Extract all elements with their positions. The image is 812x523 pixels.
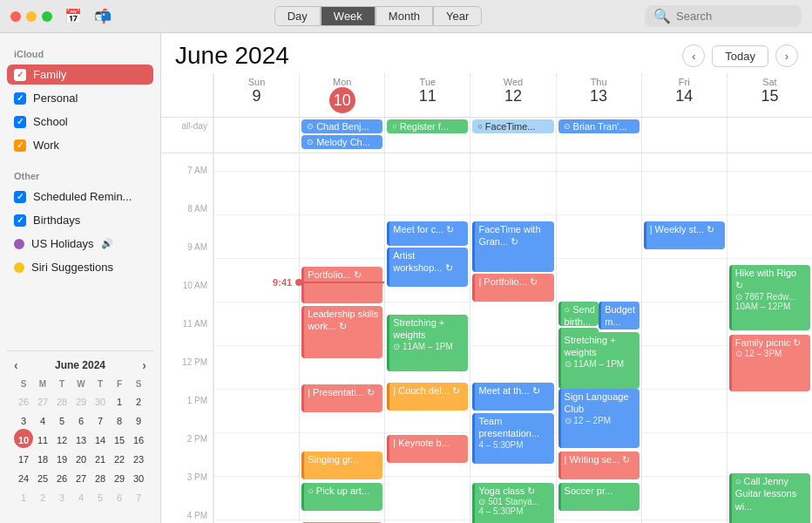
mini-cal-day[interactable]: 18 (33, 448, 52, 467)
mini-cal-day[interactable]: 29 (110, 467, 129, 486)
event-singing[interactable]: Singing gr... (301, 452, 382, 479)
mini-cal-day[interactable]: 15 (110, 429, 129, 448)
all-day-fri[interactable] (641, 118, 727, 153)
event-pickup[interactable]: ○ Pick up art... (301, 483, 382, 511)
event-call-jenny[interactable]: ○ Call Jenny Guitar lessons wi... (729, 473, 810, 523)
all-day-event[interactable]: ⊙ Chad Benj... (301, 119, 382, 133)
all-day-thu[interactable]: ⊙ Brian Tran'... (556, 118, 641, 153)
event-couch[interactable]: | Couch del... ↻ (387, 383, 468, 411)
mini-cal-prev[interactable]: ‹ (14, 358, 18, 372)
event-hike[interactable]: Hike with Rigo ↻ ⊙ 7867 Redw... 10AM – 1… (729, 265, 810, 330)
sidebar-item-birthdays[interactable]: ✓ Birthdays (7, 210, 153, 230)
close-button[interactable] (10, 11, 21, 22)
mini-cal-day[interactable]: 5 (52, 410, 71, 429)
event-facetime[interactable]: FaceTime with Gran... ↻ (472, 221, 553, 272)
event-yoga[interactable]: Yoga class ↻ ⊙ 501 Stanya... 4 – 5:30PM (472, 483, 553, 523)
mini-cal-day[interactable]: 7 (129, 486, 148, 506)
mini-cal-day[interactable]: 30 (129, 467, 148, 486)
day-col-fri[interactable]: | Weekly st... ↻ (641, 153, 727, 523)
mini-cal-day[interactable]: 3 (14, 410, 33, 429)
mini-cal-day[interactable]: 19 (52, 448, 71, 467)
day-col-thu[interactable]: ○ Send birth... ○ Take Luna... Budget m.… (556, 153, 641, 523)
search-input[interactable] (676, 10, 798, 23)
event-send-birth[interactable]: ○ Send birth... (558, 302, 599, 326)
event-keynote[interactable]: | Keynote b... (387, 435, 468, 463)
mini-cal-day-today[interactable]: 10 (14, 429, 33, 448)
event-stretching-tue[interactable]: Stretching + weights ⊙ 11AM – 1PM (387, 315, 468, 371)
mini-cal-day[interactable]: 26 (52, 467, 71, 486)
mini-cal-day[interactable]: 24 (14, 467, 33, 486)
all-day-sat[interactable] (727, 118, 812, 153)
search-box[interactable]: 🔍 (645, 5, 802, 27)
next-week-button[interactable]: › (775, 44, 798, 67)
mini-cal-day[interactable]: 22 (110, 448, 129, 467)
year-view-button[interactable]: Year (433, 6, 482, 26)
mini-cal-day[interactable]: 27 (71, 467, 91, 486)
all-day-sun[interactable] (213, 118, 299, 153)
event-leadership[interactable]: Leadership skills work... ↻ (301, 306, 382, 358)
mini-cal-day[interactable]: 12 (52, 429, 71, 448)
event-writing[interactable]: | Writing se... ↻ (558, 452, 639, 479)
mini-cal-day[interactable]: 6 (71, 410, 91, 429)
day-col-wed[interactable]: FaceTime with Gran... ↻ | Portfolio... ↻… (470, 153, 555, 523)
mini-cal-day[interactable]: 28 (91, 467, 110, 486)
mini-cal-day[interactable]: 4 (71, 486, 91, 506)
day-col-sat[interactable]: Hike with Rigo ↻ ⊙ 7867 Redw... 10AM – 1… (727, 153, 812, 523)
mini-cal-day[interactable]: 6 (110, 486, 129, 506)
mini-cal-day[interactable]: 26 (14, 391, 33, 410)
week-view-button[interactable]: Week (321, 6, 376, 26)
sidebar-item-personal[interactable]: ✓ Personal (7, 88, 153, 108)
sidebar-item-holidays[interactable]: US Holidays 🔊 (7, 234, 153, 254)
mini-cal-day[interactable]: 1 (110, 391, 129, 410)
event-portfolio-wed[interactable]: | Portfolio... ↻ (472, 274, 553, 302)
mini-cal-day[interactable]: 5 (91, 486, 110, 506)
day-col-tue[interactable]: Meet for c... ↻ Artist workshop... ↻ Str… (384, 153, 470, 523)
mini-cal-day[interactable]: 21 (91, 448, 110, 467)
all-day-mon[interactable]: ⊙ Chad Benj... ⊙ Melody Ch... (299, 118, 384, 153)
event-family-picnic[interactable]: Family picnic ↻ ⊙ 12 – 3PM (729, 335, 810, 391)
mini-cal-day[interactable]: 27 (33, 391, 52, 410)
sidebar-item-scheduled[interactable]: ✓ Scheduled Remin... (7, 187, 153, 207)
month-view-button[interactable]: Month (376, 6, 433, 26)
mini-cal-day[interactable]: 7 (91, 410, 110, 429)
mini-cal-day[interactable]: 1 (14, 486, 33, 506)
mini-cal-day[interactable]: 14 (91, 429, 110, 448)
event-portfolio-mon[interactable]: Portfolio... ↻ (301, 267, 382, 303)
prev-week-button[interactable]: ‹ (682, 44, 705, 67)
all-day-event[interactable]: ○ FaceTime... (472, 119, 553, 133)
all-day-tue[interactable]: ○ Register f... (384, 118, 470, 153)
event-sign-language[interactable]: Sign Language Club ⊙ 12 – 2PM (558, 389, 639, 448)
all-day-wed[interactable]: ○ FaceTime... (470, 118, 555, 153)
event-meet-for[interactable]: Meet for c... ↻ (387, 221, 468, 246)
sidebar-item-siri[interactable]: Siri Suggestions (7, 257, 153, 277)
day-col-sun[interactable] (213, 153, 299, 523)
mini-cal-day[interactable]: 23 (129, 448, 148, 467)
mini-cal-day[interactable]: 28 (52, 391, 71, 410)
day-col-mon[interactable]: 9:41 Portfolio... ↻ Leadership skills wo… (299, 153, 384, 523)
mini-cal-day[interactable]: 13 (71, 429, 91, 448)
scroll-area[interactable]: 7 AM 8 AM 9 AM 10 AM 11 AM 12 PM 1 PM 2 … (161, 153, 812, 523)
mini-cal-day[interactable]: 4 (33, 410, 52, 429)
mini-cal-day[interactable]: 29 (71, 391, 91, 410)
event-presentati-mon[interactable]: | Presentati... ↻ (301, 384, 382, 412)
mini-cal-day[interactable]: 30 (91, 391, 110, 410)
mini-cal-day[interactable]: 20 (71, 448, 91, 467)
event-weekly[interactable]: | Weekly st... ↻ (644, 221, 725, 249)
mini-cal-next[interactable]: › (142, 358, 146, 372)
all-day-event[interactable]: ⊙ Melody Ch... (301, 135, 382, 149)
mini-cal-day[interactable]: 2 (129, 391, 148, 410)
event-team[interactable]: Team presentation... 4 – 5:30PM (472, 413, 553, 464)
mini-cal-day[interactable]: 9 (129, 410, 148, 429)
event-stretching-thu[interactable]: Stretching + weights ⊙ 11AM – 1PM (558, 332, 639, 389)
event-budget[interactable]: Budget m... (599, 302, 639, 329)
mini-cal-day[interactable]: 11 (33, 429, 52, 448)
mini-cal-day[interactable]: 2 (33, 486, 52, 506)
today-button[interactable]: Today (712, 45, 768, 67)
all-day-event[interactable]: ⊙ Brian Tran'... (558, 119, 639, 133)
mini-cal-day[interactable]: 25 (33, 467, 52, 486)
sidebar-item-work[interactable]: ✓ Work (7, 135, 153, 155)
minimize-button[interactable] (26, 11, 37, 22)
mini-cal-day[interactable]: 17 (14, 448, 33, 467)
all-day-event[interactable]: ○ Register f... (387, 119, 468, 133)
sidebar-item-school[interactable]: ✓ School (7, 112, 153, 132)
